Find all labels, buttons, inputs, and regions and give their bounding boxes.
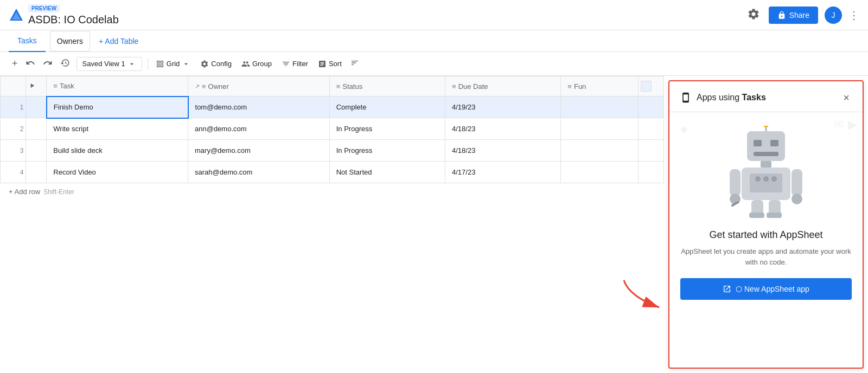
top-bar: PREVIEW ASDB: IO Codelab Share J ⋮ bbox=[0, 0, 868, 30]
gear-icon bbox=[747, 8, 760, 21]
row-extra-cell bbox=[638, 162, 663, 183]
row-status-cell[interactable]: Not Started bbox=[329, 162, 445, 183]
settings-button[interactable] bbox=[745, 5, 762, 24]
col-header-duedate[interactable]: ≡ Due Date bbox=[445, 76, 561, 97]
new-appsheet-button[interactable]: ⬡ New AppSheet app bbox=[680, 278, 852, 300]
table-row[interactable]: 3 Build slide deck mary@demo.com In Prog… bbox=[1, 140, 664, 162]
add-table-button[interactable]: + Add Table bbox=[94, 37, 143, 46]
saved-view-label: Saved View 1 bbox=[82, 60, 125, 68]
history-icon bbox=[60, 58, 70, 68]
grid-button[interactable]: Grid bbox=[151, 57, 195, 70]
group-button[interactable]: Group bbox=[237, 57, 276, 70]
group-label: Group bbox=[252, 60, 272, 68]
col-header-rownum bbox=[1, 76, 26, 97]
col-header-status[interactable]: ≡ Status bbox=[329, 76, 445, 97]
svg-point-12 bbox=[755, 176, 761, 182]
filter-icon bbox=[282, 60, 290, 68]
row-num-cell: 2 bbox=[1, 118, 26, 140]
row-duedate-cell[interactable]: 4/18/23 bbox=[445, 140, 561, 162]
row-duedate-cell[interactable]: 4/17/23 bbox=[445, 162, 561, 183]
svg-rect-4 bbox=[754, 140, 762, 146]
row-expand-cell bbox=[26, 162, 47, 183]
owner-col-label: Owner bbox=[208, 82, 229, 91]
expand-icon bbox=[28, 82, 36, 89]
row-task-cell[interactable]: Write script bbox=[47, 118, 188, 140]
bg-decorative2: ◆ bbox=[680, 123, 688, 135]
svg-point-13 bbox=[763, 176, 769, 182]
avatar[interactable]: J bbox=[825, 7, 842, 24]
more-button[interactable]: ⋮ bbox=[848, 9, 859, 22]
row-fun-cell[interactable] bbox=[561, 118, 638, 140]
new-appsheet-label: ⬡ New AppSheet app bbox=[736, 285, 809, 293]
config-icon bbox=[200, 60, 209, 68]
row-owner-cell[interactable]: sarah@demo.com bbox=[188, 162, 330, 183]
panel-title-bold: Tasks bbox=[742, 93, 766, 102]
tab-tasks-label: Tasks bbox=[17, 36, 37, 45]
table-row[interactable]: 2 Write script ann@demo.com In Progress … bbox=[1, 118, 664, 140]
row-duedate-cell[interactable]: 4/19/23 bbox=[445, 97, 561, 118]
row-status-cell[interactable]: In Progress bbox=[329, 140, 445, 162]
svg-rect-3 bbox=[747, 131, 785, 161]
row-fun-cell[interactable] bbox=[561, 140, 638, 162]
sort-button[interactable]: Sort bbox=[314, 57, 346, 70]
row-duedate-cell[interactable]: 4/18/23 bbox=[445, 118, 561, 140]
row-task-cell[interactable]: Finish Demo bbox=[47, 97, 188, 118]
col-header-task[interactable]: ≡ Task bbox=[47, 76, 188, 97]
bg-decorative: ✉▶ bbox=[834, 118, 857, 132]
undo-button[interactable] bbox=[22, 56, 39, 72]
app-logo-icon bbox=[9, 8, 24, 23]
tab-tasks[interactable]: Tasks bbox=[9, 30, 46, 52]
undo-icon bbox=[25, 58, 35, 68]
fun-col-label: Fun bbox=[574, 82, 586, 91]
row-owner-cell[interactable]: ann@demo.com bbox=[188, 118, 330, 140]
row-owner-cell[interactable]: tom@demo.com bbox=[188, 97, 330, 118]
robot-svg bbox=[725, 126, 807, 218]
row-status-cell[interactable]: Complete bbox=[329, 97, 445, 118]
add-table-label: + Add Table bbox=[99, 37, 138, 46]
chevron-down-icon bbox=[127, 60, 136, 68]
saved-view-selector[interactable]: Saved View 1 bbox=[76, 57, 142, 71]
row-expand-cell bbox=[26, 97, 47, 118]
lock-icon bbox=[777, 11, 786, 20]
config-button[interactable]: Config bbox=[196, 57, 236, 70]
row-task-cell[interactable]: Record Video bbox=[47, 162, 188, 183]
table-row[interactable]: 4 Record Video sarah@demo.com Not Starte… bbox=[1, 162, 664, 183]
history-button[interactable] bbox=[57, 56, 73, 72]
close-icon: × bbox=[843, 92, 850, 104]
phone-icon bbox=[680, 92, 691, 103]
side-panel: Apps using Tasks × ✉▶ ◆ bbox=[668, 80, 864, 369]
separator-1 bbox=[148, 59, 148, 69]
tab-owners[interactable]: Owners bbox=[50, 31, 90, 52]
duedate-col-icon: ≡ bbox=[452, 82, 456, 91]
add-row-button[interactable]: + Add row Shift-Enter bbox=[0, 183, 664, 200]
row-fun-cell[interactable] bbox=[561, 162, 638, 183]
col-header-extra[interactable] bbox=[638, 76, 663, 97]
preview-badge: PREVIEW bbox=[28, 4, 60, 12]
row-owner-cell[interactable]: mary@demo.com bbox=[188, 140, 330, 162]
top-right-actions: Share J ⋮ bbox=[745, 5, 859, 24]
col-header-fun[interactable]: ≡ Fun bbox=[561, 76, 638, 97]
row-task-cell[interactable]: Build slide deck bbox=[47, 140, 188, 162]
close-panel-button[interactable]: × bbox=[841, 90, 852, 105]
redo-button[interactable] bbox=[40, 56, 56, 72]
row-status-cell[interactable]: In Progress bbox=[329, 118, 445, 140]
filter-button[interactable]: Filter bbox=[277, 57, 312, 70]
table-row[interactable]: 1 Finish Demo tom@demo.com Complete 4/19… bbox=[1, 97, 664, 118]
more-toolbar-button[interactable] bbox=[347, 56, 362, 71]
share-button[interactable]: Share bbox=[769, 7, 818, 24]
panel-heading: Get started with AppSheet bbox=[709, 229, 822, 241]
config-label: Config bbox=[211, 60, 232, 68]
panel-title-prefix: Apps using bbox=[697, 93, 742, 102]
add-row-label: + Add row bbox=[9, 188, 40, 196]
add-button[interactable]: + bbox=[9, 56, 21, 72]
tab-owners-label: Owners bbox=[57, 37, 83, 46]
row-num-cell: 3 bbox=[1, 140, 26, 162]
svg-rect-22 bbox=[749, 213, 764, 218]
grid-label: Grid bbox=[167, 60, 180, 68]
col-header-owner[interactable]: ↗ ≡ Owner bbox=[188, 76, 330, 97]
row-fun-cell[interactable] bbox=[561, 97, 638, 118]
row-extra-cell bbox=[638, 97, 663, 118]
add-row-hint: Shift-Enter bbox=[43, 188, 74, 196]
filter-label: Filter bbox=[292, 60, 308, 68]
preview-title-area: PREVIEW ASDB: IO Codelab bbox=[28, 4, 119, 26]
